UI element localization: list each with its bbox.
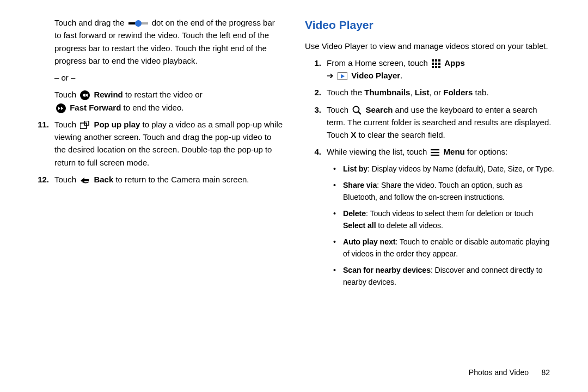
fast-forward-icon bbox=[56, 103, 66, 113]
bullet-body: List by: Display videos by Name (default… bbox=[343, 163, 554, 175]
videoplayer-bold: Video Player bbox=[351, 71, 400, 80]
step-12: 12. Touch Back to return to the Camera m… bbox=[33, 173, 283, 186]
x-bold: X bbox=[351, 130, 356, 139]
bullet-body: Auto play next: Touch to enable or disab… bbox=[343, 236, 555, 260]
text: Touch bbox=[327, 105, 351, 114]
text: Touch bbox=[54, 90, 78, 99]
text: to return to the Camera main screen. bbox=[115, 175, 249, 184]
text: Touch and drag the bbox=[54, 18, 127, 27]
back-bold: Back bbox=[94, 175, 113, 184]
thumbnails-bold: Thumbnails bbox=[364, 88, 410, 97]
step-11: 11. Touch Pop up play to play a video as… bbox=[33, 118, 283, 169]
arrow: ➔ bbox=[327, 71, 334, 80]
step-number: 12. bbox=[33, 173, 54, 186]
bullet-autoplay: • Auto play next: Touch to enable or dis… bbox=[305, 236, 555, 260]
step-body: While viewing the list, touch Menu for o… bbox=[327, 145, 555, 158]
rewind-icon bbox=[80, 90, 90, 100]
bullet-sharevia: • Share via: Share the video. Touch an o… bbox=[305, 179, 555, 203]
search-icon bbox=[352, 106, 362, 115]
step-1: 1. From a Home screen, touch Apps ➔ Vide… bbox=[305, 57, 555, 82]
section-title: Video Player bbox=[305, 16, 555, 34]
step-number: 4. bbox=[305, 145, 327, 158]
text: to restart the video or bbox=[125, 90, 203, 99]
text: Touch bbox=[54, 175, 78, 184]
progress-bar-paragraph: Touch and drag the dot on the end of the… bbox=[33, 16, 283, 67]
text: Touch bbox=[54, 120, 78, 129]
bullet-dot: • bbox=[333, 264, 343, 288]
text: , bbox=[410, 88, 414, 97]
step-body: Touch the Thumbnails, List, or Folders t… bbox=[327, 86, 555, 99]
delete-bold: Delete bbox=[343, 209, 366, 218]
video-player-icon bbox=[338, 72, 347, 80]
menu-icon bbox=[431, 149, 439, 156]
selectall-bold: Select all bbox=[343, 221, 376, 230]
step-body: Touch Pop up play to play a video as a s… bbox=[54, 118, 283, 169]
left-column: Touch and drag the dot on the end of the… bbox=[33, 16, 283, 292]
step-body: Touch Search and use the keyboard to ent… bbox=[327, 103, 555, 142]
bullet-dot: • bbox=[333, 163, 343, 175]
bullet-delete: • Delete: Touch videos to select them fo… bbox=[305, 207, 555, 231]
step-3: 3. Touch Search and use the keyboard to … bbox=[305, 103, 555, 142]
text: . bbox=[400, 71, 402, 80]
footer-section: Photos and Video bbox=[469, 368, 529, 377]
text: to delete all videos. bbox=[376, 221, 443, 230]
apps-bold: Apps bbox=[444, 58, 465, 68]
apps-icon bbox=[432, 59, 440, 68]
back-icon bbox=[80, 176, 90, 185]
listby-bold: List by bbox=[343, 164, 367, 173]
footer-page-number: 82 bbox=[541, 368, 550, 377]
or-separator: – or – bbox=[33, 71, 283, 84]
sharevia-bold: Share via bbox=[343, 181, 377, 189]
bullet-listby: • List by: Display videos by Name (defau… bbox=[305, 163, 555, 175]
popup-bold: Pop up play bbox=[94, 120, 140, 129]
text: to end the video. bbox=[124, 103, 184, 112]
step-number: 2. bbox=[305, 86, 327, 99]
step-number: 1. bbox=[305, 57, 327, 82]
bullet-dot: • bbox=[333, 207, 343, 231]
progress-dot-icon bbox=[128, 20, 148, 27]
folders-bold: Folders bbox=[443, 88, 473, 97]
search-bold: Search bbox=[365, 105, 393, 114]
scan-bold: Scan for nearby devices bbox=[343, 266, 431, 274]
text: : Display videos by Name (default), Date… bbox=[367, 164, 554, 173]
text: While viewing the list, touch bbox=[327, 147, 429, 156]
right-column: Video Player Use Video Player to view an… bbox=[305, 16, 555, 292]
intro-paragraph: Use Video Player to view and manage vide… bbox=[305, 40, 555, 52]
menu-bold: Menu bbox=[444, 147, 465, 156]
page-footer: Photos and Video 82 bbox=[469, 367, 550, 379]
rewind-ff-paragraph: Touch Rewind to restart the video or Fas… bbox=[33, 88, 283, 114]
page-body: Touch and drag the dot on the end of the… bbox=[0, 0, 588, 292]
text: to clear the search field. bbox=[358, 130, 445, 139]
step-number: 11. bbox=[33, 118, 54, 169]
step-body: Touch Back to return to the Camera main … bbox=[54, 173, 283, 186]
text: From a Home screen, touch bbox=[327, 58, 430, 68]
bullet-dot: • bbox=[333, 179, 343, 203]
list-bold: List bbox=[415, 88, 430, 97]
text: tab. bbox=[473, 88, 488, 97]
autoplay-bold: Auto play next bbox=[343, 237, 395, 246]
step-4: 4. While viewing the list, touch Menu fo… bbox=[305, 145, 555, 158]
bullet-dot: • bbox=[333, 236, 343, 260]
bullet-body: Scan for nearby devices: Discover and co… bbox=[343, 264, 555, 288]
bullet-body: Delete: Touch videos to select them for … bbox=[343, 207, 555, 231]
text: Touch the bbox=[327, 88, 364, 97]
text: , or bbox=[429, 88, 443, 97]
rewind-bold: Rewind bbox=[94, 90, 122, 99]
bullet-body: Share via: Share the video. Touch an opt… bbox=[343, 179, 555, 203]
step-number: 3. bbox=[305, 103, 327, 142]
text: for options: bbox=[467, 147, 507, 156]
bullet-scan: • Scan for nearby devices: Discover and … bbox=[305, 264, 555, 288]
step-2: 2. Touch the Thumbnails, List, or Folder… bbox=[305, 86, 555, 99]
popup-icon bbox=[80, 121, 90, 130]
text: : Touch videos to select them for deleti… bbox=[366, 209, 533, 218]
ff-bold: Fast Forward bbox=[70, 103, 121, 112]
step-body: From a Home screen, touch Apps ➔ Video P… bbox=[327, 57, 555, 82]
